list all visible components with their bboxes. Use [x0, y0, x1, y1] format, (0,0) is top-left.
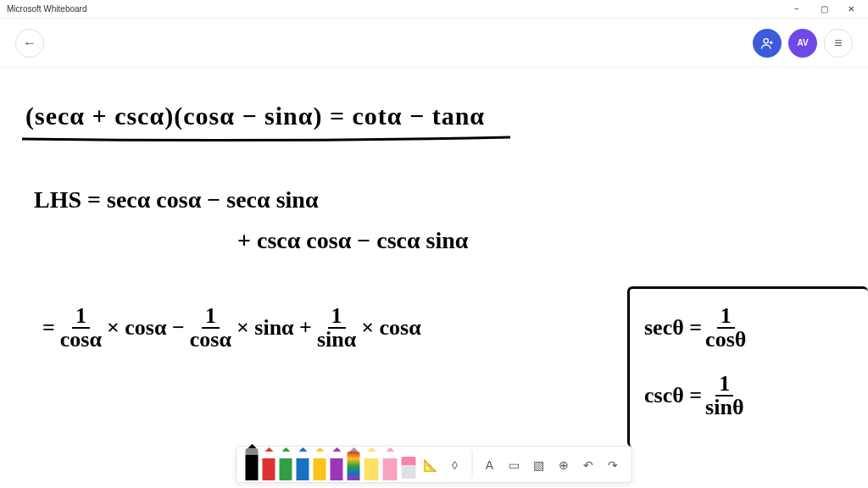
eq4-equals: =	[42, 315, 55, 341]
id2-den: sinθ	[702, 396, 747, 419]
pen-purple[interactable]	[331, 452, 343, 480]
settings-menu-button[interactable]: ≡	[824, 29, 853, 58]
identity-csc: cscθ = 1 sinθ	[644, 373, 747, 419]
eraser-tool[interactable]	[402, 457, 416, 479]
pen-red[interactable]	[263, 452, 275, 480]
pen-blue[interactable]	[297, 452, 309, 480]
add-tool[interactable]: ⊕	[554, 453, 574, 477]
frac2-den: cosα	[186, 329, 235, 351]
window-controls: − ▢ ✕	[783, 0, 865, 19]
frac3-den: sinα	[314, 329, 359, 351]
id2-num: 1	[715, 373, 733, 396]
frac3-num: 1	[328, 305, 346, 329]
back-button[interactable]: ←	[15, 29, 44, 58]
equation-line-1: (secα + cscα)(cosα − sinα) = cotα − tanα	[25, 102, 485, 130]
id1-lhs: secθ =	[644, 315, 702, 341]
hamburger-icon: ≡	[834, 36, 842, 51]
fraction-3: 1 sinα	[314, 305, 359, 351]
pen-yellow[interactable]	[314, 452, 326, 480]
equation-line-3: + cscα cosα − cscα sinα	[237, 227, 469, 254]
frac1-num: 1	[72, 305, 90, 329]
image-tool[interactable]: ▧	[529, 453, 549, 477]
highlighter-yellow[interactable]	[364, 452, 379, 480]
frac1-den: cosα	[57, 329, 105, 351]
note-tool[interactable]: ▭	[504, 453, 525, 477]
svg-point-0	[764, 38, 768, 42]
maximize-button[interactable]: ▢	[810, 0, 837, 19]
window-title: Microsoft Whiteboard	[7, 4, 86, 14]
pen-toolbar: 📐 ◊ A ▭ ▧ ⊕ ↶ ↷	[236, 446, 632, 483]
fraction-1: 1 cosα	[57, 305, 105, 351]
invite-button[interactable]	[753, 29, 782, 58]
id2-lhs: cscθ =	[644, 383, 702, 408]
topbar-right-controls: AV ≡	[753, 29, 853, 58]
person-icon	[760, 36, 774, 50]
text-tool[interactable]: A	[480, 453, 500, 477]
toolbar-divider	[472, 452, 473, 477]
identity-sec: secθ = 1 cosθ	[644, 305, 749, 351]
lasso-tool[interactable]: ◊	[445, 453, 465, 477]
window-titlebar: Microsoft Whiteboard − ▢ ✕	[0, 0, 868, 19]
whiteboard-canvas[interactable]: (secα + cscα)(cosα − sinα) = cotα − tanα…	[0, 68, 868, 488]
eq4-mid3: × cosα	[361, 315, 420, 341]
id1-den: cosθ	[702, 329, 749, 351]
pen-rainbow[interactable]	[348, 452, 360, 480]
frac2-num: 1	[202, 305, 220, 329]
equation-line-2: LHS = secα cosα − secα sinα	[34, 186, 319, 214]
underline-stroke	[20, 134, 512, 144]
undo-button[interactable]: ↶	[578, 453, 598, 477]
minimize-button[interactable]: −	[783, 0, 810, 19]
close-button[interactable]: ✕	[837, 0, 865, 19]
eq4-mid2: × sinα +	[236, 315, 312, 341]
id2-frac: 1 sinθ	[702, 373, 747, 419]
id1-frac: 1 cosθ	[702, 305, 749, 351]
highlighter-pink[interactable]	[383, 452, 398, 480]
app-topbar: ← AV ≡	[0, 19, 868, 68]
fraction-2: 1 cosα	[186, 305, 235, 351]
back-arrow-icon: ←	[23, 36, 36, 51]
equation-line-4: = 1 cosα × cosα − 1 cosα × sinα + 1 sinα…	[42, 305, 421, 351]
redo-button[interactable]: ↷	[603, 453, 623, 477]
eq4-mid1: × cosα −	[107, 315, 185, 341]
pen-black[interactable]	[246, 448, 259, 480]
ruler-tool[interactable]: 📐	[420, 453, 441, 477]
pen-green[interactable]	[280, 452, 292, 480]
id1-num: 1	[717, 305, 735, 329]
user-avatar[interactable]: AV	[788, 29, 817, 58]
